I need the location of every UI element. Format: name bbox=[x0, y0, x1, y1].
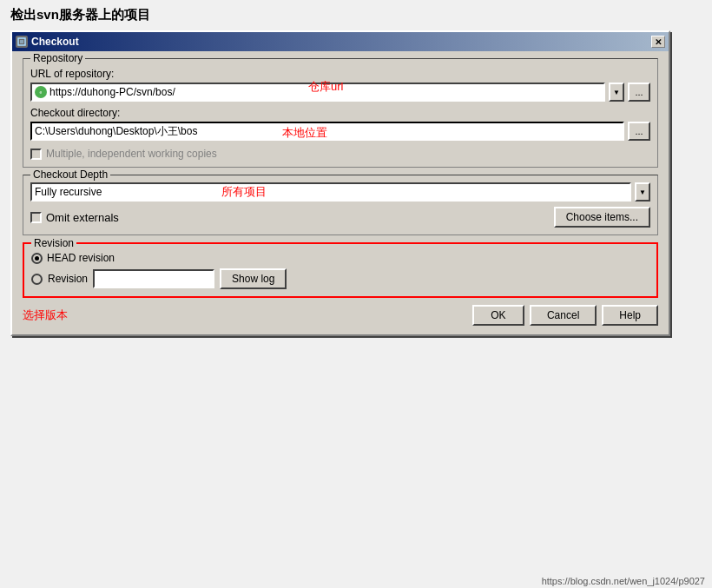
repository-group: Repository URL of repository: e https://… bbox=[23, 58, 658, 168]
checkout-dir-browse-button[interactable]: ... bbox=[628, 122, 650, 141]
svg-rect-0 bbox=[18, 38, 25, 45]
depth-value: Fully recursive bbox=[35, 186, 102, 198]
cancel-button[interactable]: Cancel bbox=[530, 305, 597, 326]
checkout-dir-label: Checkout directory: bbox=[30, 107, 650, 119]
csdn-watermark: https://blog.csdn.net/wen_j1024/p9027 bbox=[542, 576, 705, 586]
depth-input[interactable]: Fully recursive bbox=[30, 182, 631, 202]
checkout-depth-group-label: Checkout Depth bbox=[30, 168, 110, 181]
url-input[interactable]: e https://duhong-PC/svn/bos/ bbox=[30, 83, 605, 102]
revision-label: Revision bbox=[48, 273, 88, 285]
show-log-button[interactable]: Show log bbox=[220, 268, 287, 289]
url-browse-button[interactable]: ... bbox=[628, 83, 650, 102]
dialog-icon bbox=[16, 36, 28, 48]
url-value: https://duhong-PC/svn/bos/ bbox=[49, 86, 175, 98]
revision-group-label: Revision bbox=[31, 237, 76, 249]
svg-text:e: e bbox=[40, 89, 43, 95]
select-version-annotation: 选择版本 bbox=[23, 307, 68, 323]
url-icon: e bbox=[35, 86, 47, 98]
repository-group-label: Repository bbox=[30, 52, 85, 64]
dialog-title: Checkout bbox=[31, 36, 79, 48]
multiple-copies-checkbox[interactable] bbox=[30, 149, 42, 160]
help-button[interactable]: Help bbox=[602, 305, 658, 326]
head-revision-label: HEAD revision bbox=[47, 252, 115, 264]
omit-externals-label: Omit externals bbox=[46, 211, 119, 224]
checkout-depth-group: Checkout Depth Fully recursive ▼ 所有项目 Om… bbox=[23, 175, 658, 235]
omit-externals-checkbox[interactable] bbox=[30, 212, 42, 223]
depth-dropdown-button[interactable]: ▼ bbox=[635, 182, 650, 202]
url-dropdown-button[interactable]: ▼ bbox=[609, 83, 624, 102]
multiple-copies-label: Multiple, independent working copies bbox=[46, 148, 217, 160]
choose-items-button[interactable]: Choose items... bbox=[554, 207, 650, 228]
ok-button[interactable]: OK bbox=[472, 305, 524, 326]
url-label: URL of repository: bbox=[30, 68, 650, 80]
head-revision-radio[interactable] bbox=[31, 253, 43, 264]
revision-radio[interactable] bbox=[31, 274, 43, 285]
revision-number-input[interactable] bbox=[93, 269, 214, 288]
checkout-dialog: Checkout ✕ Repository URL of repository: bbox=[10, 30, 670, 336]
close-button[interactable]: ✕ bbox=[651, 36, 665, 48]
head-revision-row: HEAD revision bbox=[31, 252, 649, 264]
revision-group: Revision HEAD revision Revision Show log bbox=[23, 242, 658, 298]
page-title: 检出svn服务器上的项目 bbox=[10, 7, 150, 23]
checkout-dir-value: C:\Users\duhong\Desktop\小王\bos bbox=[35, 124, 197, 139]
checkout-dir-input[interactable]: C:\Users\duhong\Desktop\小王\bos bbox=[30, 122, 624, 141]
dialog-titlebar: Checkout ✕ bbox=[12, 32, 669, 51]
